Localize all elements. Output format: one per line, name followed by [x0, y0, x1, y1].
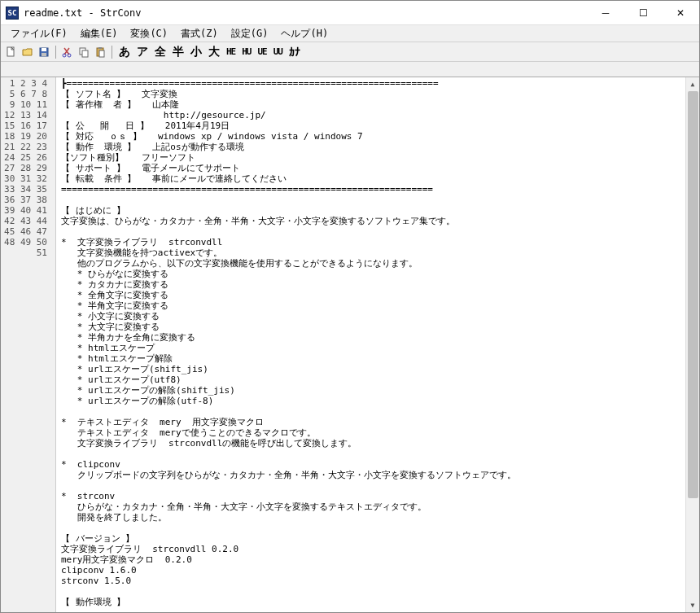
save-file-icon[interactable] [37, 45, 51, 59]
html-unescape-button[interactable]: HU [239, 46, 253, 57]
svg-rect-3 [42, 53, 46, 56]
paste-icon[interactable] [93, 45, 107, 59]
menu-settings[interactable]: 設定(G) [225, 25, 275, 42]
convert-hankaku-button[interactable]: 半 [170, 45, 186, 59]
svg-rect-2 [42, 48, 46, 51]
convert-hiragana-button[interactable]: あ [116, 45, 133, 59]
menu-convert[interactable]: 変換(C) [124, 25, 174, 42]
line-number-gutter: 1 2 3 4 5 6 7 8 9 10 11 12 13 14 15 16 1… [1, 77, 56, 612]
copy-icon[interactable] [77, 45, 91, 59]
svg-rect-7 [82, 50, 88, 57]
app-icon: SC [6, 7, 19, 20]
window-title: readme.txt - StrConv [24, 7, 142, 19]
editor-area: 1 2 3 4 5 6 7 8 9 10 11 12 13 14 15 16 1… [1, 77, 699, 612]
convert-uppercase-button[interactable]: 大 [206, 45, 222, 59]
html-escape-button[interactable]: HE [224, 46, 238, 57]
toolbar: あ ア 全 半 小 大 HE HU UE UU ｶﾅ [1, 42, 699, 62]
new-file-icon[interactable] [4, 45, 19, 59]
url-escape-button[interactable]: UE [256, 46, 269, 57]
menu-format[interactable]: 書式(Z) [174, 25, 225, 42]
scroll-thumb[interactable] [688, 91, 698, 498]
convert-zenkaku-button[interactable]: 全 [152, 45, 168, 59]
scroll-down-arrow[interactable]: ▼ [686, 598, 699, 612]
toolbar-separator [112, 46, 112, 59]
menu-help[interactable]: ヘルプ(H) [274, 25, 335, 42]
url-unescape-button[interactable]: UU [271, 46, 285, 57]
vertical-scrollbar[interactable]: ▲ ▼ [685, 77, 699, 612]
maximize-button[interactable]: ☐ [624, 1, 662, 25]
open-file-icon[interactable] [20, 45, 35, 59]
scroll-up-arrow[interactable]: ▲ [686, 77, 699, 91]
convert-katakana-button[interactable]: ア [134, 45, 151, 59]
svg-rect-9 [98, 47, 102, 49]
close-button[interactable]: ✕ [662, 1, 699, 25]
toolbar-separator [55, 46, 56, 59]
menu-edit[interactable]: 編集(E) [74, 25, 125, 42]
window-controls: ─ ☐ ✕ [587, 1, 699, 25]
cut-icon[interactable] [60, 45, 75, 59]
convert-lowercase-button[interactable]: 小 [188, 45, 204, 59]
minimize-button[interactable]: ─ [587, 1, 624, 25]
svg-rect-10 [99, 50, 104, 57]
convert-kana-button[interactable]: ｶﾅ [287, 46, 303, 59]
titlebar: SC readme.txt - StrConv ─ ☐ ✕ [1, 1, 699, 25]
ruler-row: 102030405060708090100110 [1, 62, 699, 77]
menubar: ファイル(F) 編集(E) 変換(C) 書式(Z) 設定(G) ヘルプ(H) [1, 25, 699, 42]
menu-file[interactable]: ファイル(F) [4, 25, 74, 42]
text-content[interactable]: ┣=======================================… [56, 77, 685, 612]
